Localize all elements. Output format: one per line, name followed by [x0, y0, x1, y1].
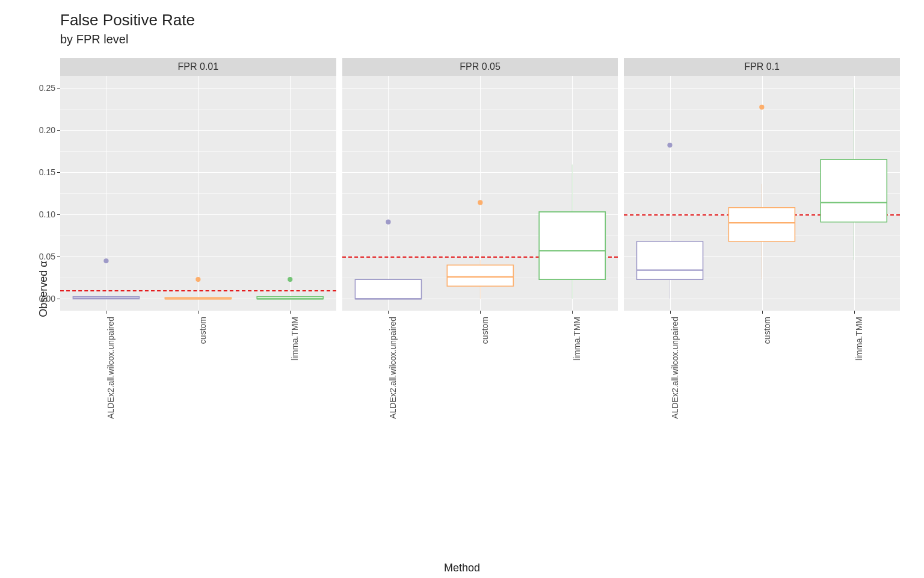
box-group	[257, 277, 323, 299]
x-tick-label: custom	[198, 317, 208, 344]
boxplot-svg	[60, 76, 336, 311]
facet-strip: FPR 0.1	[624, 58, 900, 76]
svg-rect-14	[355, 279, 421, 299]
x-tick-label: limma.TMM	[290, 317, 300, 361]
outlier-point	[196, 277, 200, 282]
boxplot-svg	[624, 76, 900, 311]
x-tick-label: limma.TMM	[854, 317, 864, 361]
x-tick-label: custom	[480, 317, 490, 344]
outlier-point	[478, 200, 482, 205]
box-group	[539, 164, 605, 299]
chart-subtitle: by FPR level	[60, 33, 128, 46]
svg-rect-34	[821, 160, 887, 222]
outlier-point	[103, 258, 108, 263]
x-tick-label: limma.TMM	[572, 317, 582, 361]
x-tick-label: ALDEx2.all.wilcox.unpaired	[388, 317, 398, 419]
y-tick-label: 0.00	[39, 294, 55, 303]
x-tick-label: custom	[762, 317, 772, 344]
x-tick-label: ALDEx2.all.wilcox.unpaired	[670, 317, 680, 419]
box-group	[447, 200, 513, 299]
y-tick-label: 0.15	[39, 167, 55, 177]
outlier-point	[386, 220, 390, 225]
boxplot-svg	[342, 76, 618, 311]
outlier-point	[668, 143, 673, 148]
box-group	[729, 105, 795, 279]
facet-panel: FPR 0.1ALDEx2.all.wilcox.unpairedcustoml…	[624, 58, 900, 311]
box-group	[165, 277, 231, 299]
facet-strip: FPR 0.05	[342, 58, 618, 76]
x-tick-label: ALDEx2.all.wilcox.unpaired	[106, 317, 116, 419]
box-group	[637, 143, 703, 299]
x-axis-label: Method	[444, 562, 480, 574]
y-axis-label: Observed α	[37, 261, 50, 317]
facet-panel: FPR 0.05ALDEx2.all.wilcox.unpairedcustom…	[342, 58, 618, 311]
y-tick-label: 0.25	[39, 83, 55, 93]
facet-panel: FPR 0.010.000.050.100.150.200.25ALDEx2.a…	[60, 58, 336, 311]
chart-title: False Positive Rate	[60, 11, 195, 30]
plot-panel: ALDEx2.all.wilcox.unpairedcustomlimma.TM…	[624, 76, 900, 311]
facet-strip: FPR 0.01	[60, 58, 336, 76]
y-tick-label: 0.05	[39, 252, 55, 261]
plot-panel: ALDEx2.all.wilcox.unpairedcustomlimma.TM…	[342, 76, 618, 311]
box-group	[355, 220, 421, 299]
svg-rect-30	[729, 208, 795, 241]
svg-rect-26	[637, 241, 703, 279]
outlier-point	[760, 105, 765, 110]
y-tick-label: 0.10	[39, 210, 55, 219]
y-tick-label: 0.20	[39, 125, 55, 135]
svg-rect-18	[447, 265, 513, 286]
box-group	[73, 258, 139, 299]
outlier-point	[288, 277, 292, 282]
svg-rect-22	[539, 212, 605, 279]
plot-panel: 0.000.050.100.150.200.25ALDEx2.all.wilco…	[60, 76, 336, 311]
facet-row: FPR 0.010.000.050.100.150.200.25ALDEx2.a…	[60, 58, 900, 311]
box-group	[821, 88, 887, 260]
chart-container: False Positive Rate by FPR level Observe…	[0, 0, 924, 578]
